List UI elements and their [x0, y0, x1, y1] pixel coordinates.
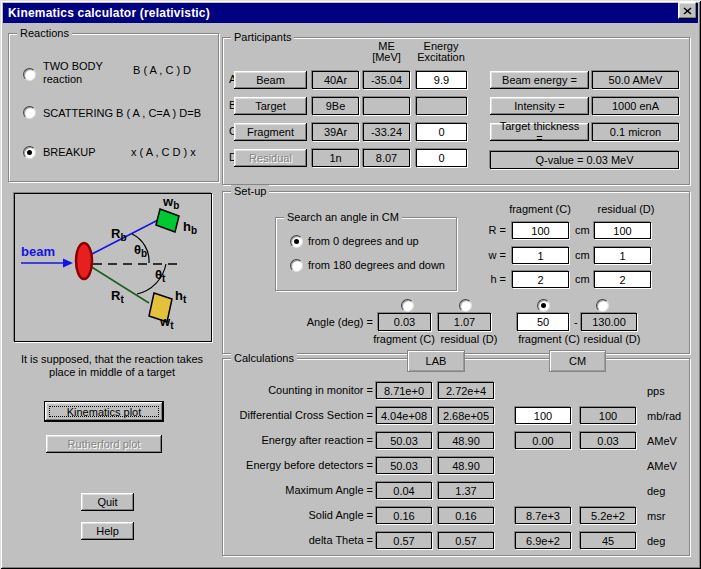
delta-theta-label: delta Theta = — [227, 534, 373, 547]
scattering-formula: B ( A , C=A ) D=B — [116, 107, 201, 120]
rb-label: Rb — [111, 226, 127, 243]
angle-fragment-cm-input[interactable] — [517, 313, 569, 331]
beam-energy-button[interactable]: Beam energy = — [490, 71, 589, 89]
fragment-nuclide-field: 39Ar — [312, 123, 359, 141]
close-button[interactable] — [678, 2, 697, 19]
scattering-label: SCATTERING — [43, 107, 113, 120]
two-body-label-2: reaction — [43, 73, 82, 86]
solid-angle-cm1: 8.7e+3 — [515, 507, 571, 524]
fragment-w-input[interactable] — [512, 247, 569, 264]
breakup-formula: x ( A , C D ) x — [131, 146, 196, 159]
target-thickness-button[interactable]: Target thickness = — [490, 123, 589, 141]
theta-b-label: θb — [134, 242, 147, 259]
residual-h-input[interactable] — [594, 271, 651, 288]
diff-cross-section-cm1-input[interactable] — [515, 407, 571, 424]
delta-theta-cm1: 6.9e+2 — [515, 532, 571, 549]
r-unit-label: cm — [575, 224, 590, 237]
intensity-field: 1000 enA — [592, 97, 679, 115]
search-angle-group: Search an angle in CM from 0 degrees and… — [275, 217, 457, 291]
diff-cross-section-cm2: 100 — [580, 407, 636, 424]
radio-angle-fragment-lab[interactable] — [401, 299, 414, 312]
beam-energy-field: 50.0 AMeV — [592, 71, 679, 89]
quit-button[interactable]: Quit — [81, 493, 134, 511]
energy-after-unit: AMeV — [647, 435, 677, 448]
angle-label: Angle (deg) = — [243, 316, 373, 329]
residual-r-input[interactable] — [594, 222, 651, 239]
counting-monitor-unit: pps — [647, 385, 665, 398]
lab-tag[interactable]: LAB — [407, 350, 465, 372]
beam-me-field: -35.04 — [363, 71, 410, 89]
radio-angle-residual-cm[interactable] — [596, 299, 609, 312]
diff-cross-section-lab2: 2.68e+05 — [438, 407, 494, 424]
setup-group: Set-up Search an angle in CM from 0 degr… — [222, 191, 690, 354]
radio-breakup[interactable] — [23, 146, 36, 159]
residual-excitation-input[interactable] — [416, 149, 467, 167]
beam-arrowhead — [63, 259, 73, 268]
diff-cross-section-unit: mb/rad — [647, 410, 681, 423]
beam-button[interactable]: Beam — [234, 71, 307, 89]
energy-after-lab2: 48.90 — [438, 432, 494, 449]
energy-after-lab1: 50.03 — [376, 432, 432, 449]
radio-two-body[interactable] — [23, 68, 36, 81]
angle-caption-4: residual (D) — [577, 333, 647, 346]
cm-tag[interactable]: CM — [549, 350, 606, 372]
fragment-me-field: -33.24 — [363, 123, 410, 141]
beam-label: beam — [21, 244, 55, 259]
radio-scattering[interactable] — [23, 106, 36, 119]
reaction-note: It is supposed, that the reaction takesp… — [5, 353, 219, 379]
hb-label: hb — [183, 219, 197, 236]
rutherford-plot-button: Rutherford plot — [46, 435, 162, 453]
wt-label: wt — [159, 314, 174, 331]
detector-r-label: R = — [466, 224, 506, 237]
radio-from-0-degrees[interactable] — [290, 235, 303, 248]
detector-fragment-header: fragment (C) — [500, 203, 580, 216]
diff-cross-section-label: Differential Cross Section = — [227, 409, 373, 422]
intensity-button[interactable]: Intensity = — [490, 97, 589, 115]
breakup-label: BREAKUP — [43, 146, 96, 159]
angle-caption-3: fragment (C) — [514, 333, 584, 346]
fragment-h-input[interactable] — [512, 271, 569, 288]
target-disk — [76, 243, 92, 279]
counting-monitor-lab1: 8.71e+0 — [376, 382, 432, 399]
beam-nuclide-field: 40Ar — [312, 71, 359, 89]
calculations-group-title: Calculations — [231, 352, 297, 364]
detector-w-label: w = — [466, 249, 506, 262]
energy-before-lab1: 50.03 — [376, 457, 432, 474]
solid-angle-lab1: 0.16 — [376, 507, 432, 524]
title-bar[interactable]: Kinematics calculator (relativistic) — [3, 3, 698, 23]
fragment-button[interactable]: Fragment — [234, 123, 307, 141]
help-button[interactable]: Help — [81, 522, 134, 540]
maximum-angle-unit: deg — [647, 485, 665, 498]
angle-residual-lab-field: 1.07 — [438, 313, 491, 331]
radio-angle-residual-lab[interactable] — [459, 299, 472, 312]
target-me-field — [363, 97, 410, 115]
setup-group-title: Set-up — [231, 185, 269, 197]
fragment-r-input[interactable] — [512, 222, 569, 239]
delta-theta-unit: deg — [647, 535, 665, 548]
radio-angle-fragment-cm[interactable] — [537, 299, 550, 312]
radio-from-180-degrees[interactable] — [290, 259, 303, 272]
residual-w-input[interactable] — [594, 247, 651, 264]
energy-before-unit: AMeV — [647, 460, 677, 473]
diff-cross-section-lab1: 4.04e+08 — [376, 407, 432, 424]
participants-group: Participants ME[MeV] EnergyExcitation A … — [222, 37, 690, 185]
reaction-diagram: beam Rb θb wb hb Rt θt ht wt — [15, 194, 211, 341]
energy-before-label: Energy before detectors = — [227, 459, 373, 472]
delta-theta-lab1: 0.57 — [376, 532, 432, 549]
fragment-detector — [156, 209, 179, 232]
reactions-group: Reactions TWO BODY reaction B ( A , C ) … — [8, 33, 219, 182]
rt-label: Rt — [111, 288, 124, 305]
close-icon — [683, 7, 692, 15]
participants-group-title: Participants — [231, 31, 294, 43]
solid-angle-cm2: 5.2e+2 — [580, 507, 636, 524]
energy-after-cm1: 0.00 — [515, 432, 571, 449]
two-body-label: TWO BODY — [43, 60, 103, 73]
beam-excitation-input[interactable] — [416, 71, 467, 89]
kinematics-plot-button[interactable]: Kinematics plot — [45, 402, 163, 421]
solid-angle-lab2: 0.16 — [438, 507, 494, 524]
target-button[interactable]: Target — [234, 97, 307, 115]
fragment-excitation-input[interactable] — [416, 123, 467, 141]
wb-label: wb — [162, 194, 179, 211]
me-column-header: ME[MeV] — [361, 41, 412, 63]
delta-theta-lab2: 0.57 — [438, 532, 494, 549]
